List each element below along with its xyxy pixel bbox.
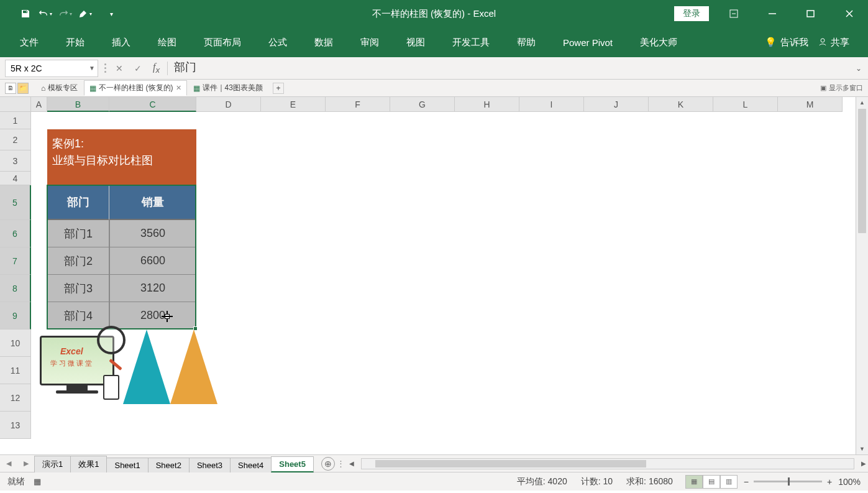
cancel-formula-icon[interactable]: ✕ (116, 63, 123, 73)
column-header-B[interactable]: B (47, 97, 109, 112)
sheet-tab-Sheet3[interactable]: Sheet3 (189, 458, 231, 472)
sheet-tab-Sheet5[interactable]: Sheet5 (271, 456, 314, 472)
column-header-M[interactable]: M (778, 97, 843, 112)
ribbon-tab-beautify[interactable]: 美化大师 (626, 29, 691, 56)
cell-E12[interactable] (261, 384, 326, 412)
cell-G6[interactable] (390, 220, 455, 247)
cell-I1[interactable] (519, 112, 584, 129)
cell-F9[interactable] (326, 302, 390, 329)
cell-G2[interactable] (390, 129, 455, 150)
sheet-tab-Sheet2[interactable]: Sheet2 (148, 458, 190, 472)
cell-E11[interactable] (261, 357, 326, 384)
tell-me-button[interactable]: 💡 告诉我 (765, 37, 808, 48)
cell-K2[interactable] (649, 129, 713, 150)
cell-K7[interactable] (649, 247, 713, 275)
column-header-K[interactable]: K (649, 97, 713, 112)
open-folder-icon[interactable]: 📁 (17, 83, 29, 94)
cell-I6[interactable] (519, 220, 584, 247)
cell-A8[interactable] (31, 275, 47, 302)
cell-H11[interactable] (455, 357, 519, 384)
column-header-G[interactable]: G (390, 97, 455, 112)
column-header-H[interactable]: H (455, 97, 519, 112)
sheet-nav-next[interactable]: ▶ (17, 459, 35, 468)
scroll-down-icon[interactable]: ▼ (856, 443, 868, 454)
cell-A1[interactable] (31, 112, 47, 129)
sheet-tab-Sheet1[interactable]: Sheet1 (106, 458, 148, 472)
zoom-level[interactable]: 100% (838, 477, 861, 487)
cell-I2[interactable] (519, 129, 584, 150)
cell-D1[interactable] (196, 112, 261, 129)
vertical-scrollbar[interactable]: ▲ ▼ (856, 97, 868, 454)
cell-L4[interactable] (713, 172, 778, 185)
cell-G7[interactable] (390, 247, 455, 275)
maximize-icon[interactable] (797, 5, 825, 22)
view-pagebreak-button[interactable]: ▥ (720, 475, 738, 489)
show-multiwindow-button[interactable]: ▣ 显示多窗口 (820, 83, 863, 93)
cell-I9[interactable] (519, 302, 584, 329)
doc-tab-active[interactable]: ▦ 不一样的柱图 (恢复的) ✕ (84, 80, 186, 96)
cell-I4[interactable] (519, 172, 584, 185)
table-header-dept[interactable]: 部门 (47, 185, 109, 220)
row-header-1[interactable]: 1 (0, 112, 31, 129)
table-row[interactable]: 3560 (109, 220, 196, 247)
ribbon-tab-help[interactable]: 帮助 (503, 29, 549, 56)
cell-B13[interactable] (47, 412, 109, 439)
cell-L7[interactable] (713, 247, 778, 275)
cell-F8[interactable] (326, 275, 390, 302)
cell-I7[interactable] (519, 247, 584, 275)
name-box[interactable]: 5R x 2C ▼ (5, 60, 98, 77)
close-icon[interactable] (836, 5, 863, 22)
cell-E9[interactable] (261, 302, 326, 329)
zoom-thumb[interactable] (788, 477, 790, 486)
cell-I10[interactable] (519, 329, 584, 357)
cell-I5[interactable] (519, 185, 584, 220)
table-row[interactable]: 部门1 (47, 220, 109, 247)
spreadsheet-grid[interactable]: ABCDEFGHIJKLM 12345678910111213 案例1: 业绩与… (0, 97, 868, 454)
ribbon-options-icon[interactable] (720, 5, 747, 22)
cell-M9[interactable] (778, 302, 843, 329)
column-header-A[interactable]: A (31, 97, 47, 112)
cell-C1[interactable] (109, 112, 196, 129)
cell-H3[interactable] (455, 150, 519, 172)
triangle-cyan-shape[interactable] (123, 329, 170, 404)
cell-G9[interactable] (390, 302, 455, 329)
cell-A4[interactable] (31, 172, 47, 185)
cell-K10[interactable] (649, 329, 713, 357)
cell-M6[interactable] (778, 220, 843, 247)
vscroll-thumb[interactable] (858, 109, 866, 233)
cell-E2[interactable] (261, 129, 326, 150)
cell-E3[interactable] (261, 150, 326, 172)
cell-H7[interactable] (455, 247, 519, 275)
cell-I8[interactable] (519, 275, 584, 302)
cell-E6[interactable] (261, 220, 326, 247)
ribbon-tab-draw[interactable]: 绘图 (144, 29, 190, 56)
row-header-7[interactable]: 7 (0, 247, 31, 275)
cell-K3[interactable] (649, 150, 713, 172)
cell-H2[interactable] (455, 129, 519, 150)
zoom-in-icon[interactable]: + (827, 477, 832, 487)
row-header-5[interactable]: 5 (0, 185, 31, 220)
ribbon-tab-powerpivot[interactable]: Power Pivot (549, 30, 626, 55)
cell-D5[interactable] (196, 185, 261, 220)
table-row[interactable]: 部门2 (47, 247, 109, 275)
ribbon-tab-formulas[interactable]: 公式 (255, 29, 301, 56)
add-sheet-button[interactable]: ⊕ (321, 457, 335, 471)
column-header-I[interactable]: I (519, 97, 584, 112)
hscroll-right-icon[interactable]: ▶ (859, 460, 868, 467)
cell-K8[interactable] (649, 275, 713, 302)
ribbon-tab-insert[interactable]: 插入 (98, 29, 144, 56)
cell-L8[interactable] (713, 275, 778, 302)
cell-E1[interactable] (261, 112, 326, 129)
cell-F10[interactable] (326, 329, 390, 357)
cell-G12[interactable] (390, 384, 455, 412)
table-row[interactable]: 部门3 (47, 275, 109, 302)
scroll-up-icon[interactable]: ▲ (856, 97, 868, 108)
view-normal-button[interactable]: ▦ (685, 475, 703, 489)
column-header-L[interactable]: L (713, 97, 778, 112)
ribbon-tab-developer[interactable]: 开发工具 (439, 29, 503, 56)
column-header-J[interactable]: J (584, 97, 649, 112)
cell-H12[interactable] (455, 384, 519, 412)
cell-J8[interactable] (584, 275, 649, 302)
cell-H5[interactable] (455, 185, 519, 220)
template-zone-tab[interactable]: ⌂ 模板专区 (36, 81, 83, 95)
